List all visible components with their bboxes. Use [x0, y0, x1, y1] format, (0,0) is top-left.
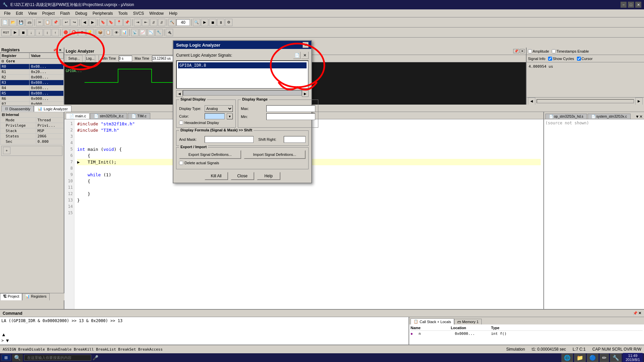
bookmark2-btn[interactable]: 🔖 [107, 19, 115, 26]
menu-svcs[interactable]: SVCS [130, 10, 147, 16]
timestamps-checkbox[interactable]: Timestamps Enable [552, 49, 589, 53]
la-scroll-left[interactable]: ◀ [528, 98, 535, 105]
table-row[interactable]: R30x080... [0, 80, 64, 85]
table-row[interactable]: R20x000... [0, 75, 64, 80]
la-max-time-input[interactable] [152, 56, 175, 62]
taskbar-chrome[interactable]: 🔵 [587, 354, 598, 362]
zoom-input[interactable]: 40 [176, 19, 190, 26]
rst-btn[interactable]: RST [1, 29, 11, 36]
tab-registers[interactable]: 📊 Registers [22, 293, 50, 300]
export-signal-btn[interactable]: Export Signal Definitions... [179, 150, 241, 159]
table-row[interactable]: ⊟ Core [0, 59, 64, 64]
bookmark-btn[interactable]: 🔖 [99, 19, 107, 26]
bp-btn[interactable]: 🔴 [62, 29, 69, 36]
bp4-btn[interactable]: 💡 [86, 29, 94, 36]
table-row[interactable]: ModeThread [0, 118, 64, 123]
reg-add-btn[interactable]: + [3, 147, 10, 154]
reg-float-icon[interactable]: 📌 [52, 48, 57, 52]
watch-btn[interactable]: 👁 [113, 29, 120, 36]
menu-help[interactable]: Help [166, 10, 180, 16]
kill-all-btn[interactable]: Kill All [205, 172, 228, 180]
la-log-btn[interactable]: Log... [85, 55, 95, 62]
amplitude-checkbox[interactable]: Amplitude [528, 49, 549, 53]
debug-stop-btn[interactable]: ⏹ [209, 19, 216, 26]
search-btn[interactable]: 🔍 [193, 19, 200, 26]
minimize-btn[interactable]: − [621, 2, 627, 8]
dialog-close-btn[interactable]: ✕ [303, 42, 309, 48]
taskbar-search[interactable] [24, 355, 91, 361]
undo-btn[interactable]: ↩ [62, 19, 70, 26]
nav-fwd-btn[interactable]: ▶ [89, 19, 96, 26]
sig-scroll-right[interactable]: ▶ [302, 90, 309, 97]
tab-system-stm32[interactable]: 📄 system_stm32f10x.c [588, 114, 631, 119]
tab-main-c[interactable]: 📄 main.c [66, 113, 90, 119]
la-scroll-right[interactable]: ▶ [635, 98, 643, 105]
serial-btn[interactable]: 📡 [131, 29, 139, 36]
indent-btn[interactable]: ⇥ [134, 19, 141, 26]
cmd-scroll-down[interactable]: ▼ [5, 338, 10, 343]
stop-btn[interactable]: ⏹ [19, 29, 27, 36]
la-close-icon[interactable]: ✕ [520, 49, 525, 53]
step2-btn[interactable]: ↓ [36, 29, 43, 36]
tab-logic-analyzer[interactable]: 📊 Logic Analyzer [34, 106, 71, 112]
menu-edit[interactable]: Edit [13, 10, 25, 16]
comment-btn[interactable]: // [150, 19, 157, 26]
help-btn[interactable]: Help [257, 172, 280, 180]
ext-btn[interactable]: 🔌 [166, 29, 173, 36]
maximize-btn[interactable]: □ [628, 2, 634, 8]
cmd-scroll-up[interactable]: ▲ [1, 332, 6, 337]
perf-btn[interactable]: 📉 [147, 29, 155, 36]
close-btn[interactable]: ✕ [635, 2, 641, 8]
paste-btn[interactable]: 📌 [52, 19, 59, 26]
taskbar-browser[interactable]: 🌐 [561, 354, 573, 362]
taskbar-editor[interactable]: ✏ [600, 354, 609, 362]
table-row[interactable]: R50x080... [0, 91, 64, 96]
table-row[interactable]: R60x000... [0, 96, 64, 102]
list-item[interactable]: ◆ n 0x0000... int f() [411, 331, 643, 337]
tab-memory1[interactable]: 🗃 Memory 1 [454, 319, 482, 324]
run-btn[interactable]: ▶ [11, 29, 19, 36]
and-mask-input[interactable]: 0xFFFFFFFF [205, 136, 254, 143]
menu-window[interactable]: Window [147, 10, 166, 16]
step4-btn[interactable]: ↑ [52, 29, 59, 36]
table-row[interactable]: R10x20... [0, 69, 64, 75]
min-input[interactable]: 0.0 [266, 113, 315, 120]
max-input[interactable]: 0.0 [266, 105, 315, 112]
table-row[interactable]: PrivilegePrivi... [0, 123, 64, 128]
sysan-btn[interactable]: 🔧 [155, 29, 163, 36]
redo-btn[interactable]: ↪ [70, 19, 78, 26]
search-win-btn[interactable]: 🔍 [12, 354, 23, 362]
list-item[interactable]: GPIOA_IDR.8 [178, 62, 307, 68]
bookmark4-btn[interactable]: 📌 [123, 19, 131, 26]
bp2-btn[interactable]: ⭕ [70, 29, 77, 36]
step-btn[interactable]: ↓ [28, 29, 35, 36]
command-close[interactable]: ✕ [638, 311, 641, 315]
tab-op-stm32[interactable]: 📄 op_stm32f10x_hd.s [545, 114, 587, 119]
tab-tim-c[interactable]: 📄 TIM.c [128, 113, 150, 119]
menu-tools[interactable]: Tools [116, 10, 130, 16]
shift-right-input[interactable]: 0 [284, 136, 306, 143]
taskbar-app[interactable]: 🔧 [610, 354, 622, 362]
menu-flash[interactable]: Flash [57, 10, 72, 16]
debug-run-btn[interactable]: ▶ [201, 19, 208, 26]
nav-back-btn[interactable]: ◀ [81, 19, 88, 26]
bookmark3-btn[interactable]: 📍 [115, 19, 123, 26]
mem-btn[interactable]: 📦 [97, 29, 104, 36]
save-all-btn[interactable]: 🗃 [25, 19, 33, 26]
dialog-new-btn[interactable]: 📄 [293, 52, 301, 59]
table-row[interactable]: R00x08... [0, 64, 64, 69]
right-editor-nav[interactable]: ▼ [635, 114, 639, 119]
close-dialog-btn[interactable]: Close [231, 172, 254, 180]
disasm-btn[interactable]: 📋 [105, 29, 112, 36]
new-btn[interactable]: 📄 [1, 19, 9, 26]
table-row[interactable]: StackMSP [0, 128, 64, 134]
outdent-btn[interactable]: ⇤ [142, 19, 149, 26]
debug-step-btn[interactable]: ⏸ [217, 19, 224, 26]
tab-project[interactable]: 🏗 Project [0, 293, 22, 300]
regs-btn[interactable]: 📊 [121, 29, 128, 36]
uncomment-btn[interactable]: // [158, 19, 165, 26]
menu-project[interactable]: Project [40, 10, 57, 16]
table-row[interactable]: R70x000... [0, 102, 64, 105]
table-row[interactable]: R40x080... [0, 85, 64, 91]
taskbar-mic[interactable]: 🎤 [93, 355, 98, 360]
